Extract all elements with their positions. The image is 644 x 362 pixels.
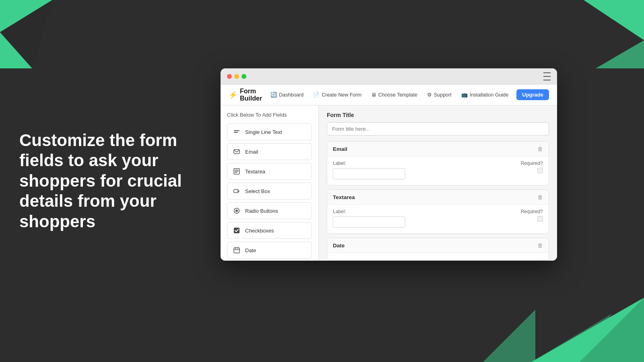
form-title-label: Form Title bbox=[327, 112, 549, 118]
bg-triangle-top-right bbox=[572, 0, 644, 68]
email-required-label: Required? bbox=[521, 160, 543, 166]
date-label: Date bbox=[245, 247, 256, 253]
textarea-card-body: Label: Required? bbox=[327, 205, 549, 233]
svg-rect-9 bbox=[234, 130, 239, 131]
select-label: Select Box bbox=[245, 188, 270, 194]
guide-icon: 📺 bbox=[461, 92, 468, 98]
svg-marker-8 bbox=[483, 310, 535, 362]
support-icon: ⚙ bbox=[427, 92, 432, 98]
logo-icon: ⚡ bbox=[229, 90, 237, 99]
checkbox-icon bbox=[232, 226, 241, 235]
textarea-label-text: Label: bbox=[333, 209, 405, 214]
close-button[interactable] bbox=[227, 74, 232, 79]
svg-rect-10 bbox=[234, 132, 238, 133]
date-card-header: Date 🗑 bbox=[327, 238, 549, 253]
guide-label: Installation Guide bbox=[470, 92, 509, 98]
email-required-checkbox[interactable] bbox=[537, 168, 543, 173]
bg-triangle-top-left bbox=[0, 0, 56, 68]
textarea-card: Textarea 🗑 Label: Required? bbox=[327, 189, 549, 234]
email-card-header: Email 🗑 bbox=[327, 142, 549, 156]
nav-choose-template[interactable]: 🖥 Choose Template bbox=[367, 89, 421, 100]
field-single-line-text[interactable]: Single Line Text bbox=[227, 123, 312, 140]
svg-rect-15 bbox=[235, 172, 237, 173]
nav-create-new-form[interactable]: 📄 Create New Form bbox=[309, 89, 365, 100]
nav-bar: ⚡ Form Builder 🔄 Dashboard 📄 Create New … bbox=[221, 84, 557, 105]
date-card: Date 🗑 bbox=[327, 238, 549, 261]
logo: ⚡ Form Builder bbox=[229, 88, 266, 102]
checkboxes-label: Checkboxes bbox=[245, 228, 274, 234]
dashboard-icon: 🔄 bbox=[270, 92, 277, 98]
textarea-label: Textarea bbox=[245, 169, 265, 175]
date-card-title: Date bbox=[333, 243, 345, 249]
svg-rect-11 bbox=[234, 150, 239, 154]
field-textarea[interactable]: Textarea bbox=[227, 163, 312, 180]
create-form-label: Create New Form bbox=[322, 92, 361, 98]
textarea-label-section: Label: bbox=[333, 209, 405, 228]
upgrade-button[interactable]: Upgrade bbox=[516, 89, 549, 100]
svg-rect-13 bbox=[235, 170, 239, 171]
hamburger-line-1 bbox=[543, 72, 551, 73]
minimize-button[interactable] bbox=[234, 74, 239, 79]
create-form-icon: 📄 bbox=[313, 92, 320, 98]
right-panel: Form Title Email 🗑 Label: Required? bbox=[319, 105, 557, 261]
email-card-body: Label: Required? bbox=[327, 156, 549, 185]
date-delete-icon[interactable]: 🗑 bbox=[537, 242, 543, 249]
field-select-box[interactable]: Select Box bbox=[227, 183, 312, 200]
template-label: Choose Template bbox=[378, 92, 417, 98]
date-card-body bbox=[327, 253, 549, 260]
hamburger-line-2 bbox=[543, 76, 551, 77]
title-bar-menu[interactable] bbox=[543, 72, 551, 81]
single-line-icon bbox=[232, 128, 241, 136]
email-card-title: Email bbox=[333, 146, 347, 152]
app-window: ⚡ Form Builder 🔄 Dashboard 📄 Create New … bbox=[221, 68, 557, 261]
radio-icon bbox=[232, 206, 241, 215]
textarea-card-row: Label: Required? bbox=[333, 209, 543, 228]
form-title-input[interactable] bbox=[327, 122, 549, 136]
field-radio-buttons[interactable]: Radio Buttons bbox=[227, 202, 312, 219]
email-delete-icon[interactable]: 🗑 bbox=[537, 146, 543, 152]
nav-dashboard[interactable]: 🔄 Dashboard bbox=[266, 89, 308, 100]
textarea-card-title: Textarea bbox=[333, 194, 355, 200]
bg-triangle-bottom-right-2 bbox=[483, 298, 535, 362]
email-label-section: Label: bbox=[333, 160, 405, 179]
textarea-label-input[interactable] bbox=[333, 216, 405, 228]
main-content: Click Below To Add Fields Single Line Te… bbox=[221, 105, 557, 261]
window-controls bbox=[227, 74, 246, 79]
nav-installation-guide[interactable]: 📺 Installation Guide bbox=[457, 89, 513, 100]
email-label-input[interactable] bbox=[333, 168, 405, 179]
hero-text: Customize the form fields to ask your sh… bbox=[19, 130, 196, 232]
hamburger-menu[interactable] bbox=[543, 72, 551, 81]
field-date[interactable]: Date bbox=[227, 242, 312, 259]
left-panel: Click Below To Add Fields Single Line Te… bbox=[221, 105, 319, 261]
textarea-required-checkbox[interactable] bbox=[537, 216, 543, 222]
email-card: Email 🗑 Label: Required? bbox=[327, 141, 549, 185]
svg-rect-20 bbox=[234, 248, 239, 253]
hamburger-line-3 bbox=[543, 80, 551, 80]
textarea-card-header: Textarea 🗑 bbox=[327, 190, 549, 205]
maximize-button[interactable] bbox=[242, 74, 246, 79]
dashboard-label: Dashboard bbox=[279, 92, 303, 98]
template-icon: 🖥 bbox=[371, 92, 376, 98]
svg-rect-14 bbox=[235, 171, 239, 172]
radio-label: Radio Buttons bbox=[245, 208, 278, 214]
field-email[interactable]: Email bbox=[227, 143, 312, 160]
email-required-section: Required? bbox=[521, 160, 543, 173]
date-icon bbox=[232, 246, 241, 255]
svg-point-18 bbox=[235, 210, 238, 212]
select-icon bbox=[232, 187, 241, 195]
field-checkboxes[interactable]: Checkboxes bbox=[227, 222, 312, 239]
support-label: Support bbox=[434, 92, 452, 98]
textarea-icon bbox=[232, 167, 241, 176]
textarea-delete-icon[interactable]: 🗑 bbox=[537, 194, 543, 200]
single-line-label: Single Line Text bbox=[245, 129, 282, 135]
svg-marker-3 bbox=[584, 0, 644, 40]
svg-marker-4 bbox=[596, 40, 644, 68]
title-bar bbox=[221, 68, 557, 84]
panel-title: Click Below To Add Fields bbox=[227, 112, 312, 118]
logo-text: Form Builder bbox=[240, 88, 266, 102]
hero-section: Customize the form fields to ask your sh… bbox=[19, 130, 196, 232]
textarea-required-label: Required? bbox=[521, 209, 543, 214]
email-label: Email bbox=[245, 149, 258, 155]
nav-items: 🔄 Dashboard 📄 Create New Form 🖥 Choose T… bbox=[266, 89, 549, 100]
nav-support[interactable]: ⚙ Support bbox=[423, 89, 456, 100]
